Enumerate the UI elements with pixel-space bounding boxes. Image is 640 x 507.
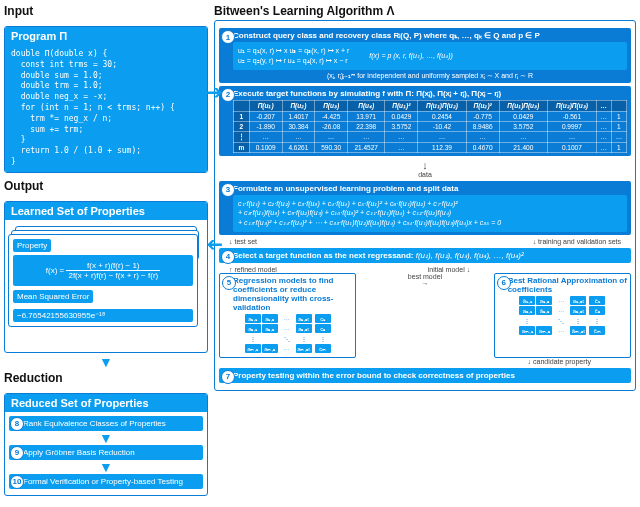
reduction-step-9: 9Apply Gröbner Basis Reduction [9,445,203,460]
reduction-title: Reduction [4,371,208,385]
property-label: Property [13,239,51,252]
reduction-step-10: 10Formal Verification or Property-based … [9,474,203,489]
simulation-table: Π(u₁)Π(u₂)Π(u₃)Π(u₄)Π(u₁)²Π(u₁)Π(u₂)Π(u₂… [233,100,627,153]
train-set-label: training and validation sets [538,238,621,245]
step-3-equation: c₁·f(u₁) + c₂·f(u₂) + c₃·f(u₃) + c₄·f(u₄… [233,195,627,232]
algorithm-panel: 1 Construct query class and recovery cla… [214,20,636,391]
reduction-panel: Reduced Set of Properties 8Rank Equivale… [4,393,208,496]
learned-header: Learned Set of Properties [5,202,207,220]
refined-model-label: refined model [234,266,276,273]
input-panel: Program Π double Π(double x) { const int… [4,26,208,173]
arrow-down-icon: ▼ [5,462,207,472]
reduction-step-8: 8Rank Equivalence Classes of Properties [9,416,203,431]
output-panel: Learned Set of Properties Property f(x) … [4,201,208,353]
step-3: 3 Formulate an unsupervised learning pro… [219,181,631,235]
mse-value: −6.76542155630955e⁻¹⁸ [13,309,193,322]
step-4: 4 Select a target function as the next r… [219,248,631,263]
coefficient-matrix: a₁,₁a₁,₂…a₁,₃₅a₂,₁a₂,₂…a₂,₃₅⋮⋱⋮aₘ,₁aₘ,₂…… [223,314,352,353]
arrow-down-icon: ▼ [5,433,207,443]
mse-label: Mean Squared Error [13,290,93,303]
output-title: Output [4,179,208,193]
algorithm-title: Bitween's Learning Algorithm Λ [214,4,636,18]
data-label: data [418,171,432,178]
rational-matrix: â₁,₁a₁,₂…a₁,₃₅a₂,₁â₂,₂…a₂,₃₅⋮⋱⋮aₘ,₁aₘ,₂…… [498,296,627,335]
step-1-equations: u₁ = q₁(x, r) ↦ x u₃ = q₃(x, r) ↦ x + r … [233,42,627,70]
step-5: 5 Regression models to find coefficients… [219,273,356,358]
property-card-stack: Property f(x) = f(x + r)(f(r) − 1)2f(x +… [5,220,207,348]
reduced-header: Reduced Set of Properties [5,394,207,412]
input-title: Input [4,4,208,18]
test-set-label: test set [234,238,257,245]
arrow-down-icon: ▼ [4,357,208,367]
arrow-down-icon: ↓ [422,159,428,171]
arrow-right-icon: → [421,280,428,287]
arrow-left-icon: ➔ [206,232,223,256]
candidate-property-label: candidate property [533,358,591,365]
program-code: double Π(double x) { const int trms = 30… [5,45,207,172]
step-6: 6 Best Rational Approximation of coeffic… [494,273,631,358]
property-formula: f(x) = f(x + r)(f(r) − 1)2f(x + r)f(r) −… [13,255,193,286]
arrow-right-icon: ➔ [206,80,223,104]
initial-model-label: initial model [428,266,465,273]
best-model-label: best model [408,273,442,280]
step-7: 7 Property testing within the error boun… [219,368,631,383]
program-header: Program Π [5,27,207,45]
step-1: 1 Construct query class and recovery cla… [219,28,631,83]
step-2: 2 Execute target functions by simulating… [219,86,631,156]
